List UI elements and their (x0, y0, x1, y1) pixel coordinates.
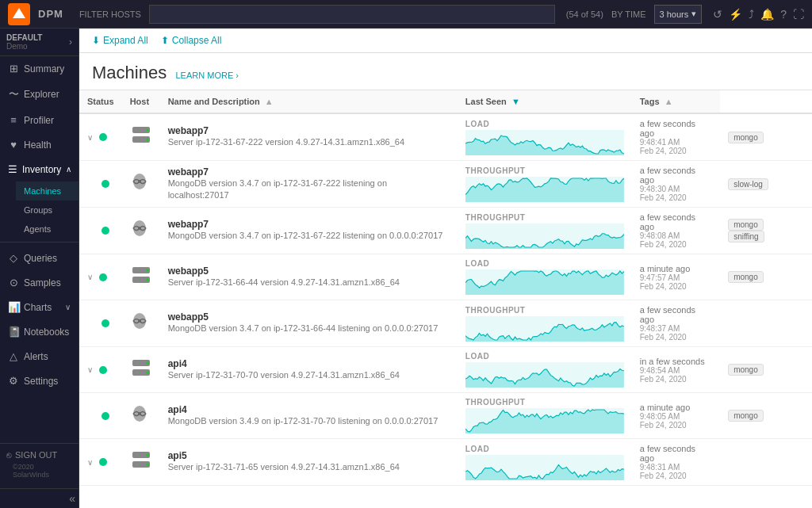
sidebar-label-notebooks: Notebooks (24, 327, 69, 338)
signout-label: SIGN OUT (15, 450, 57, 460)
status-cell: ∨ (79, 439, 122, 486)
tag-badge[interactable]: mongo (728, 132, 764, 143)
sidebar-arrow[interactable]: › (69, 36, 72, 48)
svg-marker-0 (13, 8, 25, 18)
chart-label: THROUGHPUT (465, 213, 624, 222)
sidebar-item-queries[interactable]: ◇ Queries (0, 246, 79, 270)
sidebar-item-explorer[interactable]: 〜 Explorer (0, 81, 79, 108)
sidebar-divider (0, 242, 79, 243)
sidebar-item-profiler[interactable]: ≡ Profiler (0, 108, 79, 132)
content-toolbar: ⬇ Expand All ⬆ Collapse All (79, 29, 812, 53)
table-row: ∨ webapp7 Server ip-172-31-67-222 versio… (79, 113, 812, 161)
status-cell: ∨ (79, 113, 122, 161)
name-desc-cell: api4 MongoDB version 3.4.9 on ip-172-31-… (160, 393, 458, 439)
host-name: webapp5 (168, 311, 450, 323)
sidebar-item-samples[interactable]: ⊙ Samples (0, 270, 79, 295)
expand-all-button[interactable]: ⬇ Expand All (92, 35, 148, 46)
fullscreen-icon[interactable]: ⛶ (793, 8, 804, 21)
status-dot (102, 319, 109, 327)
share-icon[interactable]: ⤴ (749, 8, 754, 21)
tag-badge[interactable]: mongo (728, 364, 764, 376)
inventory-arrow: ∧ (66, 165, 71, 174)
mini-chart (465, 455, 624, 480)
sidebar-collapse-button[interactable]: « (69, 492, 75, 505)
notebooks-icon: 📓 (8, 326, 19, 338)
sidebar-item-agents[interactable]: Agents (16, 220, 79, 239)
explorer-icon: 〜 (8, 87, 19, 101)
sidebar-item-charts[interactable]: 📊 Charts ∨ (0, 295, 79, 319)
mini-chart (465, 177, 624, 202)
tags-cell (720, 439, 812, 486)
time-selector[interactable]: 3 hours ▾ (654, 5, 703, 24)
tag-badge[interactable]: mongo (728, 219, 764, 231)
refresh-icon[interactable]: ↺ (713, 8, 722, 21)
last-seen-cell: a few seconds ago 9:48:08 AM Feb 24, 202… (632, 208, 720, 254)
filter-input[interactable] (149, 5, 555, 24)
sidebar-label-alerts: Alerts (24, 351, 48, 362)
status-dot (99, 273, 107, 281)
sidebar-item-alerts[interactable]: △ Alerts (0, 344, 79, 369)
charts-icon: 📊 (8, 301, 19, 313)
last-seen-cell: in a few seconds 9:48:54 AM Feb 24, 2020 (632, 347, 720, 393)
samples-icon: ⊙ (8, 277, 19, 288)
host-icon (130, 264, 152, 291)
row-expand-toggle[interactable]: ∨ (87, 458, 93, 467)
learn-more-link[interactable]: LEARN MORE › (176, 71, 239, 80)
sidebar-bottom: ⎋ SIGN OUT ©2020SolarWinds (0, 443, 79, 488)
sidebar-item-groups[interactable]: Groups (16, 201, 79, 220)
help-icon[interactable]: ? (780, 8, 787, 21)
mini-chart (465, 223, 624, 249)
col-status[interactable]: Status (79, 90, 122, 113)
tag-badge[interactable]: mongo (728, 271, 764, 283)
chart-label: LOAD (465, 445, 624, 453)
sidebar-label-health: Health (24, 139, 52, 151)
content-area: ⬇ Expand All ⬆ Collapse All Machines LEA… (79, 29, 812, 508)
row-expand-toggle[interactable]: ∨ (87, 133, 93, 142)
sign-out-button[interactable]: ⎋ SIGN OUT (6, 450, 72, 460)
sidebar-item-summary[interactable]: ⊞ Summary (0, 56, 79, 81)
tag-badge[interactable]: sniffing (728, 231, 764, 243)
sidebar-item-inventory[interactable]: ☰ Inventory ∧ (0, 157, 79, 181)
last-seen-precise: 9:48:54 AM (640, 366, 712, 375)
last-seen-date: Feb 24, 2020 (640, 147, 712, 155)
bell-icon[interactable]: 🔔 (760, 8, 774, 21)
app-title: DPM (38, 8, 63, 20)
col-tags[interactable]: Tags ▲ (632, 90, 720, 113)
status-dot (99, 458, 107, 466)
col-last-seen[interactable]: Last Seen ▼ (458, 90, 632, 113)
last-seen-relative: a few seconds ago (640, 212, 712, 231)
last-seen-precise: 9:47:57 AM (640, 273, 712, 282)
host-icon-cell (122, 347, 160, 393)
app-logo (8, 3, 30, 25)
name-desc-cell: api4 Server ip-172-31-70-70 version 4.9.… (160, 347, 458, 393)
collapse-all-button[interactable]: ⬆ Collapse All (161, 35, 222, 46)
sidebar-item-health[interactable]: ♥ Health (0, 132, 79, 157)
tag-badge[interactable]: mongo (728, 410, 764, 422)
table-row: api4 MongoDB version 3.4.9 on ip-172-31-… (79, 393, 812, 439)
activity-icon[interactable]: ⚡ (729, 8, 742, 21)
host-desc: MongoDB version 3.4.7 on ip-172-31-66-44… (168, 323, 450, 334)
tag-badge[interactable]: slow-log (728, 178, 768, 190)
row-expand-toggle[interactable]: ∨ (87, 273, 93, 281)
sidebar-label-queries: Queries (24, 253, 57, 264)
status-cell (79, 161, 122, 208)
col-host[interactable]: Host (122, 90, 160, 113)
host-desc: Server ip-172-31-70-70 version 4.9.27-14… (168, 369, 450, 381)
last-seen-relative: a minute ago (640, 403, 712, 412)
table-row: ∨ webapp5 Server ip-172-31-66-44 version… (79, 254, 812, 300)
sidebar-item-machines[interactable]: Machines (16, 181, 79, 201)
table-row: ∨ api4 Server ip-172-31-70-70 version 4.… (79, 347, 812, 393)
sidebar-label-inventory: Inventory (22, 164, 61, 175)
host-name: webapp7 (168, 125, 450, 136)
svg-marker-27 (465, 410, 624, 434)
sidebar-item-notebooks[interactable]: 📓 Notebooks (0, 319, 79, 344)
row-expand-toggle[interactable]: ∨ (87, 365, 93, 374)
svg-point-22 (146, 361, 148, 364)
sidebar-label-explorer: Explorer (24, 89, 59, 100)
expand-icon: ⬇ (92, 35, 100, 46)
name-desc-cell: api5 Server ip-172-31-71-65 version 4.9.… (160, 439, 458, 486)
last-seen-date: Feb 24, 2020 (640, 333, 712, 342)
svg-point-7 (138, 180, 141, 183)
col-name[interactable]: Name and Description ▲ (160, 90, 458, 113)
sidebar-item-settings[interactable]: ⚙ Settings (0, 369, 79, 393)
